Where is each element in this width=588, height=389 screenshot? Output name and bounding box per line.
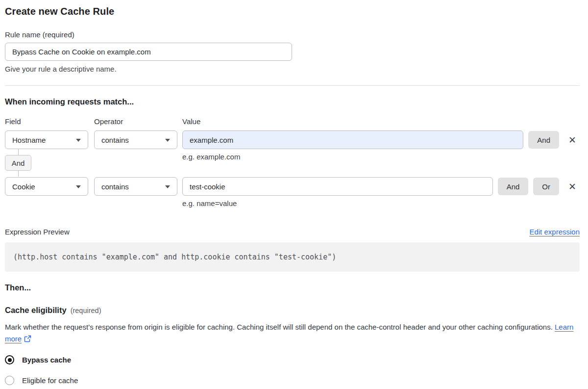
condition-row-1: Hostname contains And ✕ (5, 130, 580, 149)
field-select-1[interactable]: Hostname (5, 130, 88, 149)
operator-select-2-value: contains (101, 182, 129, 191)
cache-eligibility-description: Mark whether the request’s response from… (5, 321, 576, 346)
field-column-label: Field (5, 117, 88, 126)
external-link-icon (24, 334, 31, 346)
cache-eligibility-heading-row: Cache eligibility (required) (5, 306, 580, 315)
field-select-2[interactable]: Cookie (5, 177, 88, 196)
required-note: (required) (71, 307, 101, 314)
expression-preview-label: Expression Preview (5, 228, 70, 236)
and-button-row-2[interactable]: And (498, 178, 529, 195)
radio-option-bypass-cache[interactable]: Bypass cache (5, 355, 580, 364)
operator-select-2[interactable]: contains (94, 177, 177, 196)
description-text: Mark whether the request’s response from… (5, 323, 553, 331)
value-input-1[interactable] (182, 130, 523, 149)
field-select-1-value: Hostname (12, 136, 46, 144)
expression-code-block: (http.host contains "example.com" and ht… (5, 242, 580, 272)
value-hint-2: e.g. name=value (182, 199, 580, 207)
rule-name-label: Rule name (required) (5, 30, 580, 39)
chevron-down-icon (76, 139, 81, 142)
connector-line (18, 171, 19, 177)
or-button-row-2[interactable]: Or (533, 178, 559, 195)
and-connector-button[interactable]: And (5, 155, 31, 171)
section-divider (5, 85, 580, 86)
chevron-down-icon (76, 185, 81, 188)
match-heading: When incoming requests match... (5, 97, 580, 106)
chevron-down-icon (165, 139, 170, 142)
radio-label: Eligible for cache (22, 376, 78, 385)
cache-eligibility-heading: Cache eligibility (5, 306, 67, 315)
page-title: Create new Cache Rule (5, 6, 580, 17)
condition-connector: And (5, 149, 31, 177)
value-input-2[interactable] (182, 177, 493, 196)
condition-column-labels: Field Operator Value (5, 117, 580, 126)
radio-unselected-icon[interactable] (5, 376, 14, 385)
connector-line (18, 149, 19, 155)
remove-condition-icon[interactable]: ✕ (566, 182, 579, 191)
rule-name-helper: Give your rule a descriptive name. (5, 65, 580, 73)
edit-expression-link[interactable]: Edit expression (529, 228, 580, 236)
radio-option-eligible-for-cache[interactable]: Eligible for cache (5, 376, 580, 385)
rule-name-input[interactable] (5, 43, 292, 61)
expression-preview-header: Expression Preview Edit expression (5, 228, 580, 236)
condition-connector-row: And e.g. example.com (5, 149, 580, 177)
then-heading: Then... (5, 283, 580, 292)
operator-column-label: Operator (94, 117, 177, 126)
value-hint-1: e.g. example.com (182, 153, 240, 161)
and-button-row-1[interactable]: And (528, 131, 559, 149)
value-column-label: Value (182, 117, 200, 126)
radio-selected-icon[interactable] (5, 355, 14, 364)
create-cache-rule-form: Create new Cache Rule Rule name (require… (0, 0, 588, 385)
operator-select-1[interactable]: contains (94, 130, 177, 149)
radio-label: Bypass cache (22, 356, 71, 364)
condition-row-2: Cookie contains And Or ✕ (5, 177, 580, 196)
remove-condition-icon[interactable]: ✕ (566, 135, 579, 145)
field-select-2-value: Cookie (12, 182, 35, 191)
chevron-down-icon (165, 185, 170, 188)
operator-select-1-value: contains (101, 136, 129, 144)
